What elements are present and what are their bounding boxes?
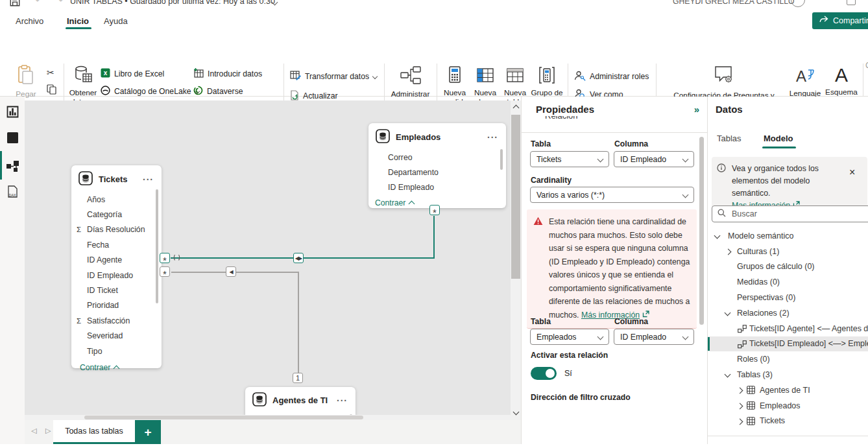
add-layout-button[interactable]: + [135,420,161,444]
activate-relationship-toggle[interactable] [531,367,557,380]
panel-bottom-divider [708,436,868,436]
scroll-up-icon[interactable] [513,105,520,112]
field-row[interactable]: ΣDías Resolución [71,222,162,237]
relationships-icon [400,65,422,88]
menu-tab-inicio[interactable]: Inicio [67,16,89,26]
field-row[interactable]: ID Empleado [71,268,162,283]
table-view-icon[interactable] [6,132,19,146]
tab-modelo[interactable]: Modelo [764,134,793,143]
field-row[interactable]: Años [71,192,162,207]
panel-scrollbar[interactable] [699,137,704,325]
save-icon[interactable] [9,0,21,9]
field-row[interactable]: Categoría [71,207,162,222]
scroll-down-icon[interactable] [513,409,520,416]
single-filter-icon[interactable]: ◀ [226,266,236,277]
tree-item-culturas[interactable]: Culturas (1) [708,244,868,259]
tree-item-table-empleados[interactable]: Empleados [708,398,868,414]
transform-data-button[interactable]: Transformar datos [290,70,377,83]
cut-icon[interactable]: ✂ [47,67,54,78]
tree-item-roles[interactable]: Roles (0) [708,351,868,367]
column2-dropdown[interactable]: ID Empleado [614,329,694,345]
relationship-icon [738,340,747,351]
table-menu-icon[interactable]: ··· [487,132,498,143]
search-input[interactable] [730,209,830,219]
field-row[interactable]: Correo [368,150,506,165]
paste-button[interactable]: Pegar [12,65,40,99]
table-icon [376,129,390,145]
field-row[interactable]: ΣSatisfacción [71,313,162,328]
table-menu-icon[interactable]: ··· [143,174,154,185]
tree-item-tablas[interactable]: Tablas (3) [708,367,868,382]
relationship-line-selected-v[interactable] [433,216,435,259]
table-grid-icon [747,401,755,412]
cardinality-many-endpoint[interactable]: * [429,205,440,215]
sum-icon: Σ [77,226,81,233]
cardinality-many-endpoint[interactable]: * [160,266,170,277]
menu-tab-ayuda[interactable]: Ayuda [104,16,128,26]
tree-item-relationship-empleado-selected[interactable]: Tickets[ID Empleado] <—> Empleado [708,336,868,352]
canvas-hscrollbar[interactable] [25,415,511,420]
card-scrollbar[interactable] [156,189,158,303]
onelake-catalog-button[interactable]: Catálogo de OneLake [101,85,199,98]
bidirectional-filter-icon[interactable]: ◀▶ [293,253,304,263]
enter-data-button[interactable]: Introducir datos [193,67,262,80]
search-box[interactable] [712,205,868,222]
relationship-line-v[interactable] [298,272,299,375]
model-view-icon[interactable] [6,159,19,174]
tree-item-perspectivas[interactable]: Perspectivas (0) [708,290,868,305]
layout-tab-todas-las-tablas[interactable]: Todas las tablas [53,420,135,444]
field-row[interactable]: Departamento [368,165,506,180]
collapse-link[interactable]: Contraer [71,358,162,372]
field-row[interactable]: Tipo [71,344,162,358]
copy-icon[interactable] [47,84,56,97]
tab-tablas[interactable]: Tablas [717,134,741,143]
tree-item-table-tickets[interactable]: Tickets [708,414,868,429]
field-row[interactable]: Severidad [71,329,162,344]
table-grid-icon [747,417,755,427]
table-card-empleados[interactable]: Empleados ··· Correo Departamento ID Emp… [368,123,506,208]
manage-roles-button[interactable]: Administrar roles [574,70,649,83]
tree-item-grupos-calculo[interactable]: Grupos de cálculo (0) [708,259,868,275]
calculator-icon [446,66,463,86]
cardinality-one-endpoint[interactable]: 1 [293,373,303,383]
canvas-vscrollbar[interactable] [511,100,521,420]
warning-text: Esta relación tiene una cardinalidad de … [549,217,690,320]
window-control-icon[interactable] [847,0,856,5]
ribbon-overflow-button[interactable]: C [865,61,868,70]
tree-item-medidas[interactable]: Medidas (0) [708,274,868,290]
svg-text:DAX: DAX [9,193,16,197]
dataverse-button[interactable]: Dataverse [193,85,243,98]
table-menu-icon[interactable]: ··· [337,395,348,406]
cardinality-dropdown[interactable]: Varios a varios (*:*) [530,187,694,203]
column1-dropdown[interactable]: ID Empleado [614,151,694,167]
tree-item-table-agentes[interactable]: Agentes de TI [708,382,868,398]
redo-icon[interactable]: ↷ [54,0,63,6]
share-button[interactable]: Compartir [812,12,868,29]
table1-dropdown[interactable]: Tickets [530,151,609,167]
hscroll-thumb[interactable] [84,416,363,419]
dax-query-view-icon[interactable]: DAX [6,185,19,201]
report-view-icon[interactable] [6,106,19,120]
field-row[interactable]: ID Agente [71,253,162,268]
table-card-tickets[interactable]: Tickets ··· Años Categoría ΣDías Resoluc… [71,165,162,368]
card-scrollbar[interactable] [500,149,503,170]
tree-item-modelo-semantico[interactable]: Modelo semántico [708,228,868,244]
field-row[interactable]: Fecha [71,237,162,252]
collapse-panel-icon[interactable]: » [694,104,699,115]
tree-item-relationship-agente[interactable]: Tickets[ID Agente] <— Agentes de [708,321,868,336]
properties-panel: Propiedades » Relación Tabla Columna Tic… [521,97,708,444]
tree-item-relaciones[interactable]: Relaciones (2) [708,305,868,321]
next-page-icon[interactable]: ▷ [45,427,51,435]
excel-workbook-button[interactable]: x Libro de Excel [101,67,164,80]
undo-icon[interactable]: ↶ [35,0,43,6]
prev-page-icon[interactable]: ◁ [31,427,36,435]
menu-tab-archivo[interactable]: Archivo [16,16,43,26]
document-title[interactable]: UNIR TABLAS • Guardado por última vez: H… [70,0,275,6]
table2-dropdown[interactable]: Empleados [530,329,609,345]
field-row[interactable]: ID Empleado [368,180,506,195]
vscroll-thumb[interactable] [511,115,520,279]
avatar[interactable] [791,0,805,7]
field-row[interactable]: ID Ticket [71,283,162,298]
cardinality-many-endpoint[interactable]: * [160,253,170,263]
field-row[interactable]: Prioridad [71,298,162,313]
